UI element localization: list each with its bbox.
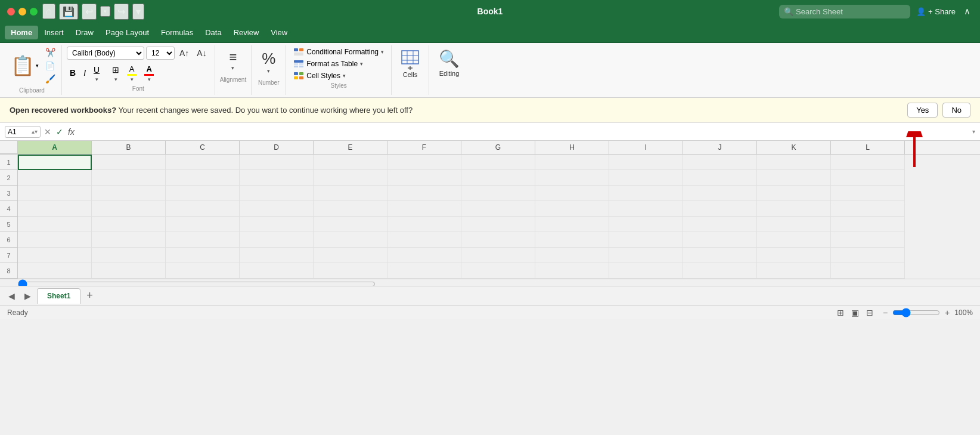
cell-g6[interactable] [461,232,535,248]
cell-e2[interactable] [314,170,387,186]
cell-k3[interactable] [757,186,831,201]
cell-b7[interactable] [92,248,166,263]
menu-item-draw[interactable]: Draw [70,26,100,39]
sheet-nav-next-button[interactable]: ▶ [21,289,35,303]
cell-e5[interactable] [314,217,387,232]
cell-e6[interactable] [314,232,387,248]
cell-h4[interactable] [535,201,609,217]
cell-f1[interactable] [387,155,461,170]
col-header-d[interactable]: D [240,141,314,154]
col-header-c[interactable]: C [166,141,240,154]
cell-e1[interactable] [314,155,387,170]
normal-view-button[interactable]: ⊞ [835,307,846,319]
collapse-ribbon-button[interactable]: ∧ [962,5,973,18]
cell-i7[interactable] [609,248,683,263]
cell-l7[interactable] [831,248,905,263]
cell-d2[interactable] [240,170,314,186]
cell-h7[interactable] [535,248,609,263]
cell-g1[interactable] [461,155,535,170]
cell-b6[interactable] [92,232,166,248]
cell-b3[interactable] [92,186,166,201]
cell-h2[interactable] [535,170,609,186]
cell-b5[interactable] [92,217,166,232]
cell-j2[interactable] [683,170,757,186]
cell-c8[interactable] [166,263,240,279]
cell-b4[interactable] [92,201,166,217]
alignment-button[interactable]: ≡ ▾ [224,47,243,74]
home-icon[interactable]: ⌂ [42,4,55,19]
sheet-nav-prev-button[interactable]: ◀ [5,289,18,303]
number-button[interactable]: % ▾ [256,47,281,77]
cell-j6[interactable] [683,232,757,248]
cell-c5[interactable] [166,217,240,232]
cell-l1[interactable] [831,155,905,170]
cut-button[interactable]: ✂️ [44,47,57,58]
cell-d5[interactable] [240,217,314,232]
row-header-4[interactable]: 4 [0,201,18,217]
row-header-1[interactable]: 1 [0,155,18,170]
formula-confirm-icon[interactable]: ✓ [55,126,64,138]
cell-b8[interactable] [92,263,166,279]
cell-j5[interactable] [683,217,757,232]
col-header-f[interactable]: F [387,141,461,154]
minimize-button[interactable] [18,8,26,16]
underline-button[interactable]: U [91,63,103,76]
font-size-select[interactable]: 12 [146,47,175,60]
cell-c4[interactable] [166,201,240,217]
share-button[interactable]: 👤 + Share [916,7,956,16]
cell-j3[interactable] [683,186,757,201]
cell-i3[interactable] [609,186,683,201]
cell-i4[interactable] [609,201,683,217]
menu-item-page-layout[interactable]: Page Layout [100,26,155,39]
col-header-l[interactable]: L [831,141,905,154]
close-button[interactable] [7,8,15,16]
cell-l5[interactable] [831,217,905,232]
cell-i6[interactable] [609,232,683,248]
cell-d7[interactable] [240,248,314,263]
cell-d6[interactable] [240,232,314,248]
cell-h3[interactable] [535,186,609,201]
border-button[interactable]: ⊞ [109,63,122,76]
save-icon[interactable]: 💾 [59,4,78,20]
row-header-8[interactable]: 8 [0,263,18,279]
cell-f8[interactable] [387,263,461,279]
formula-bar-collapse-icon[interactable]: ▾ [972,128,975,135]
col-header-j[interactable]: J [683,141,757,154]
search-input[interactable] [779,5,910,18]
format-painter-button[interactable]: 🖌️ [44,73,57,85]
col-header-i[interactable]: I [609,141,683,154]
cell-g8[interactable] [461,263,535,279]
menu-item-review[interactable]: Review [228,26,265,39]
cell-g4[interactable] [461,201,535,217]
no-button[interactable]: No [942,103,970,118]
formula-cancel-icon[interactable]: ✕ [43,126,52,138]
font-size-increase-button[interactable]: A↑ [176,47,192,60]
cell-i5[interactable] [609,217,683,232]
cell-d3[interactable] [240,186,314,201]
cell-j8[interactable] [683,263,757,279]
cell-a3[interactable] [18,186,92,201]
cell-a5[interactable] [18,217,92,232]
cell-f4[interactable] [387,201,461,217]
cell-i2[interactable] [609,170,683,186]
cell-g3[interactable] [461,186,535,201]
format-as-table-row[interactable]: Format as Table ▾ [291,58,386,69]
cell-i1[interactable] [609,155,683,170]
cell-k5[interactable] [757,217,831,232]
cell-j4[interactable] [683,201,757,217]
redo-icon[interactable]: ↪ [114,4,129,20]
row-header-3[interactable]: 3 [0,186,18,201]
cell-a1[interactable] [18,155,92,170]
row-header-2[interactable]: 2 [0,170,18,186]
cell-k7[interactable] [757,248,831,263]
font-color-button[interactable]: A [141,63,157,76]
col-header-b[interactable]: B [92,141,166,154]
copy-button[interactable]: 📄 [44,60,57,72]
cell-h5[interactable] [535,217,609,232]
col-header-e[interactable]: E [314,141,387,154]
cell-g7[interactable] [461,248,535,263]
menu-item-insert[interactable]: Insert [38,26,70,39]
h-scroll-slider[interactable] [18,279,376,286]
zoom-out-button[interactable]: − [880,307,890,319]
cell-a7[interactable] [18,248,92,263]
